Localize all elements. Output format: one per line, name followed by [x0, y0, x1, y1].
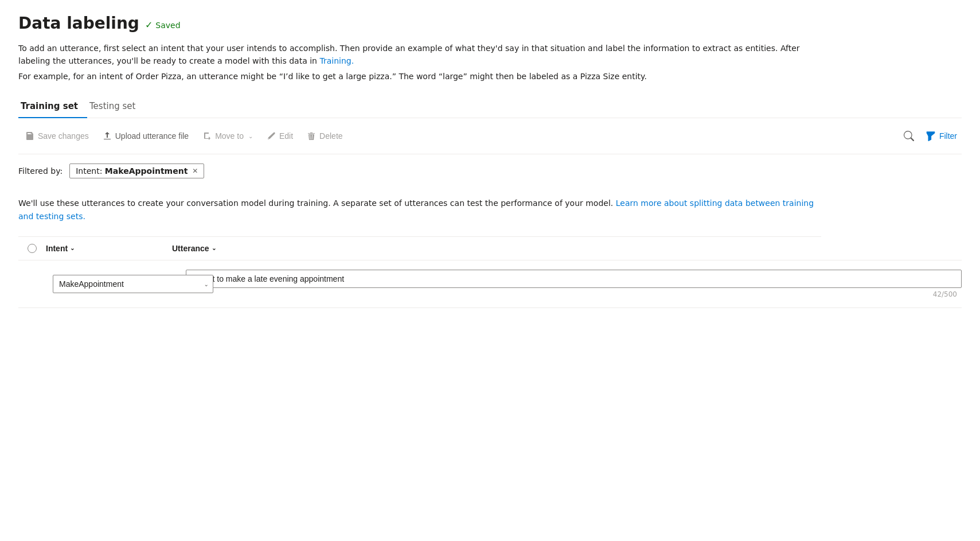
tabs-row: Training set Testing set [18, 96, 962, 118]
description-line2: For example, for an intent of Order Pizz… [18, 70, 821, 83]
delete-button[interactable]: Delete [300, 128, 349, 144]
move-icon [202, 131, 212, 141]
filter-button[interactable]: Filter [921, 127, 962, 145]
save-changes-button[interactable]: Save changes [18, 128, 96, 144]
char-count: 42/500 [186, 290, 962, 298]
filter-tag: Intent: MakeAppointment ✕ [69, 164, 204, 178]
intent-sort-button[interactable]: Intent ⌄ [46, 244, 75, 253]
intent-select-wrapper: MakeAppointment None CancelAppointment G… [53, 275, 179, 293]
search-icon [904, 131, 914, 141]
page-title-row: Data labeling ✓ Saved [18, 14, 962, 33]
filter-icon [926, 131, 936, 141]
intent-select-container: MakeAppointment None CancelAppointment G… [53, 275, 213, 293]
utterance-sort-button[interactable]: Utterance ⌄ [172, 244, 216, 253]
toolbar-right: Filter [899, 127, 962, 145]
intent-column-header: Intent ⌄ [46, 244, 172, 253]
move-to-chevron-icon: ⌄ [248, 133, 253, 139]
upload-icon [103, 131, 112, 141]
edit-icon [267, 131, 276, 141]
select-all-checkbox[interactable] [28, 244, 37, 253]
filter-label: Filtered by: [18, 166, 63, 176]
toolbar: Save changes Upload utterance file Move … [18, 118, 962, 154]
check-icon: ✓ [145, 20, 153, 30]
utterance-input-wrapper: 42/500 [186, 270, 962, 298]
filter-tag-close-icon[interactable]: ✕ [192, 168, 198, 174]
saved-text: Saved [155, 21, 180, 30]
new-utterance-row: MakeAppointment None CancelAppointment G… [18, 260, 962, 308]
header-checkbox-col [18, 244, 46, 253]
upload-utterance-button[interactable]: Upload utterance file [96, 128, 196, 144]
utterance-column-header: Utterance ⌄ [172, 244, 962, 253]
delete-icon [307, 131, 316, 141]
edit-button[interactable]: Edit [260, 128, 300, 144]
page-title: Data labeling [18, 14, 139, 33]
utterance-sort-chevron-icon: ⌄ [212, 245, 216, 251]
table-header: Intent ⌄ Utterance ⌄ [18, 237, 962, 260]
filter-tag-text: Intent: MakeAppointment [76, 166, 188, 176]
description-line1: To add an utterance, first select an int… [18, 42, 821, 68]
saved-indicator: ✓ Saved [145, 20, 181, 30]
save-icon [25, 131, 34, 141]
intent-select[interactable]: MakeAppointment None CancelAppointment G… [53, 275, 213, 293]
filter-section: Filtered by: Intent: MakeAppointment ✕ [18, 154, 962, 188]
tab-training[interactable]: Training set [18, 96, 87, 118]
search-button[interactable] [899, 127, 919, 145]
utterance-input[interactable] [186, 270, 962, 288]
training-link[interactable]: Training. [319, 56, 354, 65]
move-to-button[interactable]: Move to ⌄ [196, 128, 260, 144]
info-text: We'll use these utterances to create you… [18, 188, 821, 237]
intent-sort-chevron-icon: ⌄ [70, 245, 75, 251]
tab-testing[interactable]: Testing set [87, 96, 145, 118]
